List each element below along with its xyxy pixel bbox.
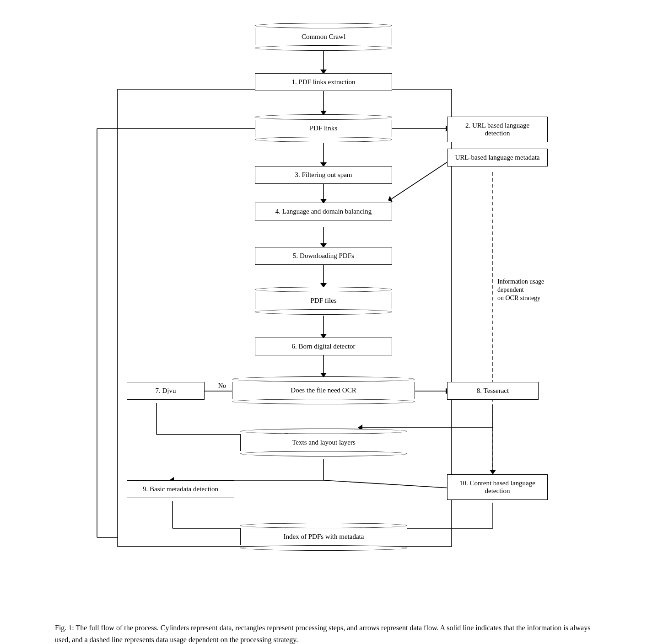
step5-label: 5. Downloading PDFs [293,252,354,259]
caption-text: Fig. 1: The full flow of the process. Cy… [55,624,590,644]
pdf-links-node: PDF links [255,114,392,142]
url-metadata-label: URL-based language metadata [455,154,540,161]
step5-node: 5. Downloading PDFs [255,247,392,265]
figure-caption: Fig. 1: The full flow of the process. Cy… [55,622,592,644]
step7-label: 7. Djvu [156,387,176,394]
pdf-files-node: PDF files [255,287,392,315]
step2-node: 2. URL based language detection [447,117,548,142]
index-node: Index of PDFs with metadata [240,523,407,551]
step9-node: 9. Basic metadata detection [127,480,234,498]
step4-node: 4. Language and domain balancing [255,203,392,220]
step10-label: 10. Content based language detection [459,479,535,494]
step10-node: 10. Content based language detection [447,474,548,500]
diagram-container: Information usage dependent on OCR strat… [31,9,616,608]
step8-label: 8. Tesseract [477,387,509,394]
ocr-decision-node: Does the file need OCR [232,376,415,404]
common-crawl-label: Common Crawl [302,33,345,41]
step1-node: 1. PDF links extraction [255,73,392,91]
texts-layout-node: Texts and layout layers [240,429,407,456]
step6-label: 6. Born digital detector [291,343,355,350]
step7-node: 7. Djvu [127,382,205,400]
url-metadata-node: URL-based language metadata [447,149,548,166]
step9-label: 9. Basic metadata detection [143,485,218,493]
step1-label: 1. PDF links extraction [291,78,355,86]
pdf-links-label: PDF links [310,124,337,132]
pdf-files-label: PDF files [310,297,336,305]
texts-layout-label: Texts and layout layers [292,439,356,446]
step4-label: 4. Language and domain balancing [275,208,372,215]
step3-label: 3. Filtering out spam [295,171,352,178]
ocr-decision-label: Does the file need OCR [291,386,356,394]
step8-node: 8. Tesseract [447,382,539,400]
step6-node: 6. Born digital detector [255,338,392,355]
step3-node: 3. Filtering out spam [255,166,392,184]
index-label: Index of PDFs with metadata [284,533,364,541]
common-crawl-node: Common Crawl [255,23,392,51]
step2-label: 2. URL based language detection [465,122,529,137]
diagram-inner: Information usage dependent on OCR strat… [72,18,575,599]
